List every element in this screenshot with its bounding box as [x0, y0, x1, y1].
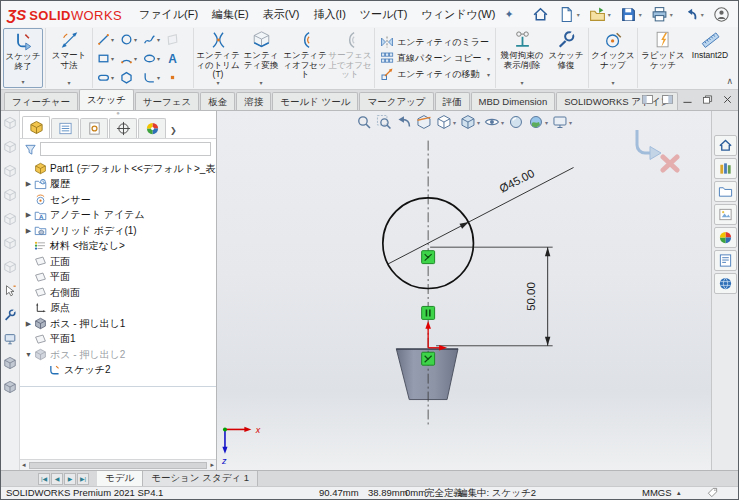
- menu-window[interactable]: ウィンドウ(W): [414, 4, 502, 25]
- filter-input[interactable]: [40, 142, 211, 156]
- first-tab-icon[interactable]: |◀: [38, 473, 50, 485]
- document-minimize-icon[interactable]: [681, 93, 694, 106]
- sketch-tool-text-tool[interactable]: A: [166, 49, 189, 68]
- menu-insert[interactable]: 挿入(I): [306, 4, 352, 25]
- home-tab[interactable]: [714, 135, 737, 156]
- view-orientation-icon[interactable]: [436, 114, 456, 130]
- sketch-tool-arc[interactable]: [120, 49, 143, 68]
- std-view-5-icon[interactable]: [3, 212, 17, 226]
- custom-properties-tab[interactable]: [714, 250, 737, 271]
- tree-item-annotations[interactable]: ▶ A アノテート アイテム: [20, 208, 216, 224]
- quick-snaps-button[interactable]: クイックスナップ ▾: [591, 28, 635, 88]
- next-tab-icon[interactable]: ▶: [64, 473, 76, 485]
- smart-dimension-button[interactable]: スマート寸法 ▾: [48, 28, 90, 88]
- user-account-icon[interactable]: [713, 6, 730, 23]
- undo-icon[interactable]: [682, 6, 704, 23]
- display-settings-icon[interactable]: [3, 332, 17, 346]
- feature-manager-tab[interactable]: [22, 116, 50, 138]
- open-icon[interactable]: [589, 6, 611, 23]
- exit-sketch-button[interactable]: スケッチ終了 ▾: [3, 28, 43, 88]
- view-settings-icon[interactable]: [552, 114, 572, 130]
- tab-evaluate[interactable]: 評価: [435, 92, 470, 110]
- prev-tab-icon[interactable]: ◀: [51, 473, 63, 485]
- tag-icon[interactable]: [707, 487, 718, 498]
- favorites-star-icon[interactable]: ✦: [504, 8, 513, 21]
- sketch-tool-spline[interactable]: [143, 30, 166, 49]
- zoom-area-icon[interactable]: [376, 114, 392, 130]
- save-icon[interactable]: [620, 6, 642, 23]
- scrollbar-thumb[interactable]: [29, 462, 208, 469]
- document-close-icon[interactable]: [721, 93, 734, 106]
- property-manager-tab[interactable]: [51, 118, 79, 138]
- display-relations-button[interactable]: 幾何拘束の表示/削除 ▾: [498, 28, 546, 88]
- sketch-tool-point-tool[interactable]: [166, 68, 189, 87]
- tree-item-history[interactable]: ▶ 履歴: [20, 177, 216, 193]
- sketch-confirmation-corner[interactable]: [629, 125, 685, 173]
- zoom-fit-icon[interactable]: [356, 114, 372, 130]
- tree-item-top-plane[interactable]: 平面: [20, 270, 216, 286]
- tree-item-right-plane[interactable]: 右側面: [20, 285, 216, 301]
- hide-show-items-icon[interactable]: [484, 114, 504, 130]
- expander-icon[interactable]: ▼: [23, 351, 34, 358]
- unit-dropdown-icon[interactable]: ▴: [677, 487, 681, 499]
- expander-icon[interactable]: ▶: [23, 227, 34, 235]
- sketch-tool-line[interactable]: [97, 30, 120, 49]
- scroll-right-icon[interactable]: ▸: [210, 461, 214, 469]
- constraint-vertical[interactable]: [422, 306, 435, 319]
- tab-mbd-dimension[interactable]: MBD Dimension: [471, 92, 556, 110]
- convert-entities-button[interactable]: エンティティ変換 ▾: [240, 28, 282, 88]
- std-view-4-icon[interactable]: [3, 188, 17, 202]
- rapid-sketch-button[interactable]: ラピッドスケッチ: [640, 28, 686, 88]
- view-palette-tab[interactable]: [714, 204, 737, 225]
- std-view-1-icon[interactable]: [3, 116, 17, 130]
- tree-item-front-plane[interactable]: 正面: [20, 254, 216, 270]
- menu-tools[interactable]: ツール(T): [353, 4, 415, 25]
- expander-icon[interactable]: ▶: [23, 211, 34, 219]
- repair-sketch-button[interactable]: スケッチ修復: [546, 28, 586, 88]
- trim-entities-button[interactable]: エンティティのトリム(T) ▾: [196, 28, 240, 88]
- tab-markup[interactable]: マークアップ: [359, 92, 433, 110]
- tab-weldments[interactable]: 溶接: [236, 92, 271, 110]
- home-icon[interactable]: [532, 6, 549, 23]
- tab-sketch[interactable]: スケッチ: [79, 89, 134, 110]
- tree-item-sensors[interactable]: センサー: [20, 192, 216, 208]
- edit-appearance-icon[interactable]: [508, 114, 524, 130]
- tab-sheet-metal[interactable]: 板金: [200, 92, 235, 110]
- linear-pattern-button[interactable]: 直線パターン コピー ▾: [380, 51, 490, 65]
- tab-surfaces[interactable]: サーフェス: [135, 92, 199, 110]
- previous-view-icon[interactable]: [396, 114, 412, 130]
- sketch-tool-polygon[interactable]: [120, 68, 143, 87]
- tree-item-boss-extrude2[interactable]: ▼ ボス - 押し出し2: [20, 347, 216, 363]
- last-tab-icon[interactable]: ▶|: [77, 473, 89, 485]
- sketch-tool-ellipse[interactable]: [143, 49, 166, 68]
- expander-icon[interactable]: ▶: [23, 180, 34, 188]
- body-compare-1-icon[interactable]: [3, 356, 17, 370]
- tree-item-material[interactable]: 材料 <指定なし>: [20, 239, 216, 255]
- offset-on-surface-button[interactable]: サーフェス上でオフセット: [328, 28, 372, 88]
- body-compare-2-icon[interactable]: [3, 380, 17, 394]
- graphics-viewport[interactable]: Ø45.00 50.00: [217, 111, 711, 470]
- tree-item-origin[interactable]: 原点: [20, 301, 216, 317]
- apply-scene-icon[interactable]: [528, 114, 548, 130]
- tree-item-part1[interactable]: Part1 (デフォルト<<デフォルト>_表示状態 1>: [20, 161, 216, 177]
- pane-left-icon[interactable]: [641, 93, 654, 106]
- model-tab-model[interactable]: モデル: [97, 471, 143, 486]
- model-tab-motion-study-1[interactable]: モーション スタディ 1: [143, 471, 258, 486]
- scroll-left-icon[interactable]: ◂: [22, 461, 26, 469]
- display-style-icon[interactable]: [460, 114, 480, 130]
- tree-item-sketch2[interactable]: スケッチ2: [20, 363, 216, 379]
- menu-edit[interactable]: 編集(E): [205, 4, 256, 25]
- diameter-dimension[interactable]: Ø45.00: [388, 167, 574, 264]
- select-sketch-icon[interactable]: [3, 284, 17, 298]
- offset-entities-button[interactable]: エンティティオフセット: [282, 28, 328, 88]
- expander-icon[interactable]: ▶: [23, 320, 34, 328]
- tree-item-plane1[interactable]: 平面1: [20, 332, 216, 348]
- more-panel-tabs-icon[interactable]: ❯: [168, 126, 180, 138]
- unit-system[interactable]: MMGS: [642, 487, 672, 499]
- appearances-scenes-tab[interactable]: [714, 227, 737, 248]
- sketch-tool-slot[interactable]: [97, 68, 120, 87]
- tab-mold-tools[interactable]: モールド ツール: [272, 92, 358, 110]
- std-view-7-icon[interactable]: [3, 260, 17, 274]
- menu-file[interactable]: ファイル(F): [132, 4, 205, 25]
- sketch-tool-circle[interactable]: [120, 30, 143, 49]
